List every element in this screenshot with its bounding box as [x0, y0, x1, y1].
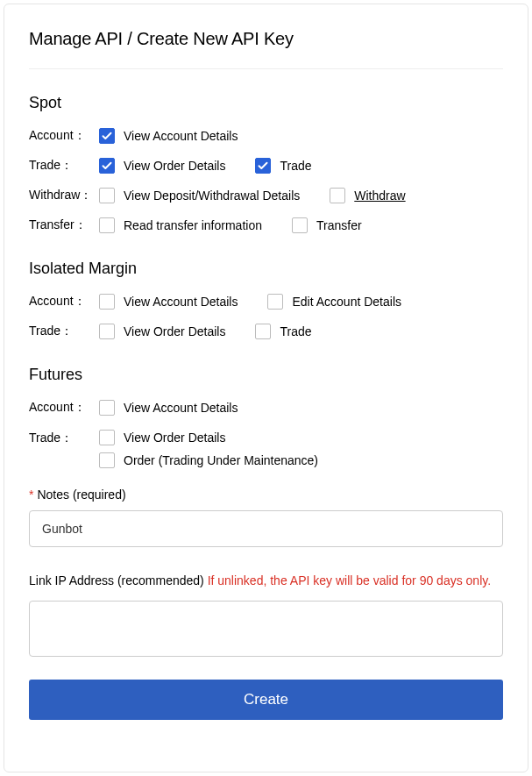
checkbox-option: View Order Details	[99, 430, 225, 445]
checkbox-read-transfer[interactable]	[99, 217, 115, 233]
checkbox-view-order-details[interactable]	[99, 158, 115, 174]
checkbox-label: View Order Details	[124, 431, 225, 445]
checkbox-transfer[interactable]	[292, 217, 308, 233]
checkbox-option: View Account Details	[99, 400, 238, 416]
checkbox-option: Read transfer information	[99, 217, 262, 233]
checkbox-option: View Order Details	[99, 158, 225, 174]
page-title: Manage API / Create New API Key	[29, 29, 503, 49]
checkbox-label: Trade	[280, 324, 311, 338]
checkbox-trade[interactable]	[255, 158, 271, 174]
checkbox-view-account-details[interactable]	[99, 128, 115, 144]
checkbox-label: View Account Details	[124, 129, 238, 143]
section-header-spot: Spot	[29, 94, 503, 112]
checkbox-label: View Order Details	[124, 324, 225, 338]
checkbox-option: Edit Account Details	[267, 294, 401, 310]
checkbox-im-view-orders[interactable]	[99, 324, 115, 339]
checkbox-option: Trade	[255, 324, 311, 339]
link-ip-label: Link IP Address (recommended) If unlinke…	[29, 572, 503, 590]
options-group: View Account Details Edit Account Detail…	[99, 294, 401, 310]
checkbox-option: Transfer	[292, 217, 362, 233]
spot-account-row: Account： View Account Details	[29, 128, 503, 144]
checkbox-option: Trade	[255, 158, 311, 174]
im-account-row: Account： View Account Details Edit Accou…	[29, 294, 503, 310]
options-group: Read transfer information Transfer	[99, 217, 362, 233]
row-label: Withdraw：	[29, 188, 99, 203]
row-label: Account：	[29, 128, 99, 144]
checkbox-option: View Deposit/Withdrawal Details	[99, 188, 300, 203]
options-group: View Account Details	[99, 128, 238, 144]
checkbox-label: Trade	[280, 159, 311, 173]
notes-input[interactable]	[29, 510, 503, 547]
checkbox-im-edit-account[interactable]	[267, 294, 283, 310]
link-ip-warning: If unlinked, the API key will be valid f…	[208, 573, 491, 587]
checkbox-option: Withdraw	[330, 188, 405, 203]
spot-withdraw-row: Withdraw： View Deposit/Withdrawal Detail…	[29, 188, 503, 203]
spot-trade-row: Trade： View Order Details Trade	[29, 158, 503, 174]
api-key-form-card: Manage API / Create New API Key Spot Acc…	[4, 4, 528, 772]
row-label: Transfer：	[29, 217, 99, 233]
checkbox-label: View Deposit/Withdrawal Details	[124, 189, 300, 203]
checkbox-option: Order (Trading Under Maintenance)	[99, 452, 318, 468]
row-label: Account：	[29, 400, 99, 416]
futures-trade-row: Trade： View Order Details Order (Trading…	[29, 430, 503, 468]
checkbox-futures-view-account[interactable]	[99, 400, 115, 416]
checkbox-label: View Account Details	[124, 401, 238, 415]
checkbox-label: View Order Details	[124, 159, 225, 173]
options-group: View Order Details Trade	[99, 324, 312, 339]
create-button[interactable]: Create	[29, 680, 503, 720]
divider	[29, 68, 503, 69]
options-group: View Account Details	[99, 400, 238, 416]
notes-label-text: Notes (required)	[37, 488, 125, 502]
checkbox-im-trade[interactable]	[255, 324, 271, 339]
checkbox-withdraw[interactable]	[330, 188, 345, 203]
checkbox-label: Withdraw	[354, 189, 405, 203]
spot-transfer-row: Transfer： Read transfer information Tran…	[29, 217, 503, 233]
link-ip-prefix: Link IP Address (recommended)	[29, 573, 208, 587]
notes-label: *Notes (required)	[29, 488, 503, 502]
row-label: Trade：	[29, 158, 99, 174]
checkbox-futures-order-maint[interactable]	[99, 452, 115, 468]
checkbox-futures-view-orders[interactable]	[99, 430, 115, 445]
checkbox-option: View Account Details	[99, 128, 238, 144]
checkbox-label: View Account Details	[124, 295, 238, 309]
checkbox-label: Edit Account Details	[292, 295, 401, 309]
section-header-isolated-margin: Isolated Margin	[29, 260, 503, 278]
checkbox-option: View Account Details	[99, 294, 238, 310]
options-group: View Order Details Order (Trading Under …	[99, 430, 318, 468]
checkbox-view-deposit-withdrawal[interactable]	[99, 188, 115, 203]
options-group: View Deposit/Withdrawal Details Withdraw	[99, 188, 406, 203]
checkbox-label: Transfer	[316, 218, 362, 232]
im-trade-row: Trade： View Order Details Trade	[29, 324, 503, 339]
row-label: Trade：	[29, 324, 99, 339]
row-label: Account：	[29, 294, 99, 310]
section-header-futures: Futures	[29, 366, 503, 384]
options-group: View Order Details Trade	[99, 158, 312, 174]
checkbox-im-view-account[interactable]	[99, 294, 115, 310]
checkbox-option: View Order Details	[99, 324, 225, 339]
row-label: Trade：	[29, 430, 99, 446]
checkbox-label: Order (Trading Under Maintenance)	[124, 453, 318, 467]
checkbox-label: Read transfer information	[124, 218, 262, 232]
required-asterisk: *	[29, 488, 33, 502]
link-ip-input[interactable]	[29, 601, 503, 657]
futures-account-row: Account： View Account Details	[29, 400, 503, 416]
